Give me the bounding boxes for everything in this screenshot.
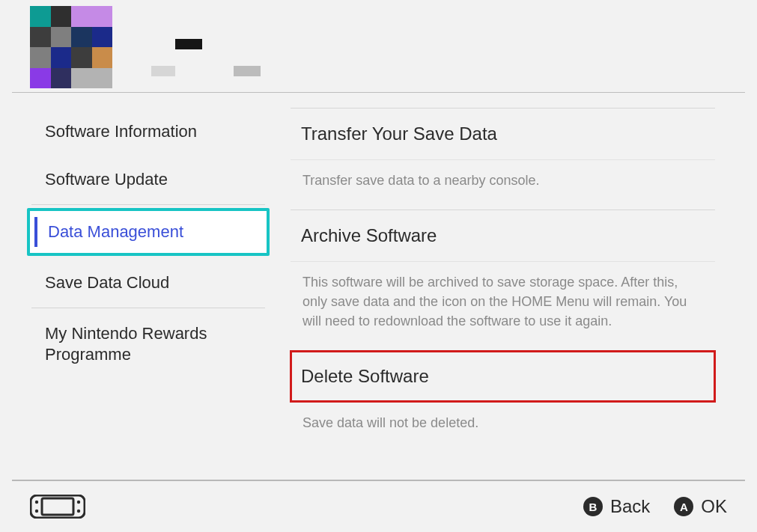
section-title: Transfer Your Save Data [291, 108, 715, 159]
b-button-icon: B [583, 497, 603, 516]
a-button-icon: A [674, 497, 693, 516]
svg-rect-1 [42, 498, 73, 515]
content-area: Software Information Software Update Dat… [0, 93, 757, 452]
footer-bar: B Back A OK [12, 480, 745, 532]
svg-point-5 [77, 510, 80, 513]
section-description: This software will be archived to save s… [291, 261, 715, 350]
section-title: Delete Software [291, 351, 715, 402]
sidebar-item-label: Software Information [45, 122, 197, 141]
option-transfer-save-data[interactable]: Transfer Your Save Data [291, 108, 715, 159]
sidebar-item-rewards-programme[interactable]: My Nintendo Rewards Programme [27, 310, 270, 378]
sidebar-item-label: Save Data Cloud [45, 273, 169, 292]
sidebar-divider [31, 308, 265, 308]
hint-label: OK [701, 496, 727, 517]
section-description: Transfer save data to a nearby console. [291, 159, 715, 210]
section-delete-software: Delete Software Save data will not be de… [291, 350, 715, 452]
section-transfer-save-data: Transfer Your Save Data Transfer save da… [291, 108, 715, 210]
svg-point-2 [35, 501, 38, 504]
sidebar-item-label: My Nintendo Rewards Programme [45, 324, 207, 364]
section-title: Archive Software [291, 210, 715, 261]
sidebar-item-software-information[interactable]: Software Information [27, 108, 270, 156]
sidebar-item-label: Software Update [45, 170, 168, 189]
sidebar-item-save-data-cloud[interactable]: Save Data Cloud [27, 259, 270, 307]
section-description: Save data will not be deleted. [291, 402, 715, 452]
option-archive-software[interactable]: Archive Software [291, 210, 715, 261]
svg-point-4 [77, 501, 80, 504]
sidebar-item-data-management[interactable]: Data Management [27, 208, 270, 256]
sidebar-item-software-update[interactable]: Software Update [27, 156, 270, 204]
title-censor-bar [175, 39, 202, 49]
main-panel: Transfer Your Save Data Transfer save da… [270, 108, 757, 452]
sidebar-item-label: Data Management [37, 222, 183, 241]
settings-sidebar: Software Information Software Update Dat… [0, 108, 270, 452]
hint-ok[interactable]: A OK [674, 496, 727, 517]
sidebar-divider [31, 204, 265, 205]
svg-point-3 [35, 510, 38, 513]
title-censor-bar [234, 66, 261, 76]
header [12, 0, 745, 93]
option-delete-software[interactable]: Delete Software [291, 351, 715, 402]
software-icon [30, 6, 112, 88]
section-archive-software: Archive Software This software will be a… [291, 210, 715, 350]
title-censor-bar [151, 66, 175, 76]
hint-label: Back [610, 496, 650, 517]
console-icon [30, 495, 85, 519]
hint-back[interactable]: B Back [583, 496, 650, 517]
